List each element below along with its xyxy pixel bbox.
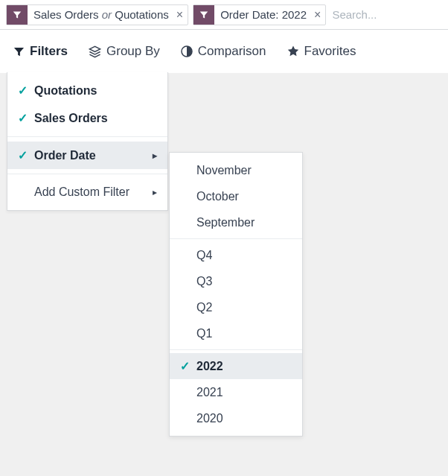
order-date-submenu: ✓ November ✓ October ✓ September ✓ Q4 ✓ … <box>169 152 303 437</box>
submenu-month[interactable]: ✓ September <box>170 209 302 235</box>
divider <box>7 136 167 137</box>
facet-label: Order Date: 2022 <box>214 8 313 21</box>
layers-icon <box>89 45 101 58</box>
chevron-right-icon: ▸ <box>153 150 157 161</box>
submenu-month[interactable]: ✓ October <box>170 183 302 209</box>
tab-filters[interactable]: Filters <box>13 30 68 73</box>
filter-icon <box>7 5 28 25</box>
tab-label: Favorites <box>304 44 356 59</box>
filter-icon <box>193 5 214 25</box>
facet-sales-quotations[interactable]: Sales Orders or Quotations × <box>6 4 188 25</box>
add-custom-filter[interactable]: Add Custom Filter ▸ <box>7 179 167 206</box>
submenu-label: Q2 <box>196 301 212 314</box>
submenu-quarter[interactable]: ✓ Q1 <box>170 320 302 346</box>
filter-label: Add Custom Filter <box>34 185 129 199</box>
divider <box>7 174 167 174</box>
filters-dropdown: ✓ Quotations ✓ Sales Orders ✓ Order Date… <box>7 72 168 211</box>
submenu-label: 2022 <box>196 360 223 373</box>
filter-sales-orders[interactable]: ✓ Sales Orders <box>7 104 167 132</box>
filter-order-date[interactable]: ✓ Order Date ▸ <box>7 142 167 169</box>
contrast-icon <box>181 45 193 57</box>
submenu-label: Q3 <box>196 275 212 288</box>
submenu-quarter[interactable]: ✓ Q2 <box>170 294 302 320</box>
check-icon: ✓ <box>18 111 28 125</box>
star-icon <box>287 45 299 57</box>
submenu-year[interactable]: ✓ 2021 <box>170 379 302 405</box>
submenu-label: Q1 <box>196 327 212 340</box>
submenu-label: October <box>196 190 239 203</box>
filter-icon <box>13 46 25 57</box>
filter-label: Sales Orders <box>34 112 108 125</box>
submenu-label: 2020 <box>196 412 223 425</box>
tab-label: Group By <box>106 44 160 59</box>
submenu-year[interactable]: ✓ 2020 <box>170 405 302 431</box>
submenu-month[interactable]: ✓ November <box>170 157 302 183</box>
filter-label: Order Date <box>34 149 96 162</box>
submenu-label: Q4 <box>196 249 212 262</box>
submenu-label: September <box>196 216 255 229</box>
submenu-quarter[interactable]: ✓ Q4 <box>170 242 302 268</box>
facet-label: Sales Orders or Quotations <box>28 8 175 21</box>
submenu-year[interactable]: ✓ 2022 <box>170 353 302 379</box>
tab-favorites[interactable]: Favorites <box>287 30 356 73</box>
filter-quotations[interactable]: ✓ Quotations <box>7 77 167 104</box>
check-icon: ✓ <box>18 148 28 162</box>
facet-remove-icon[interactable]: × <box>313 8 325 22</box>
search-input[interactable] <box>330 7 448 22</box>
search-toolbar: Filters Group By Comparison Favorites <box>0 30 448 73</box>
tab-label: Filters <box>30 44 68 59</box>
divider <box>170 349 302 350</box>
filter-label: Quotations <box>34 84 97 98</box>
facet-order-date[interactable]: Order Date: 2022 × <box>193 4 326 25</box>
tab-groupby[interactable]: Group By <box>89 30 160 73</box>
check-icon: ✓ <box>180 359 191 373</box>
divider <box>170 238 302 239</box>
check-icon: ✓ <box>18 83 28 98</box>
search-bar: Sales Orders or Quotations × Order Date:… <box>0 0 448 30</box>
tab-comparison[interactable]: Comparison <box>181 30 266 73</box>
submenu-label: 2021 <box>196 386 223 399</box>
submenu-label: November <box>196 164 252 177</box>
submenu-quarter[interactable]: ✓ Q3 <box>170 268 302 294</box>
facet-remove-icon[interactable]: × <box>175 8 188 22</box>
chevron-right-icon: ▸ <box>153 187 157 197</box>
tab-label: Comparison <box>198 44 266 59</box>
